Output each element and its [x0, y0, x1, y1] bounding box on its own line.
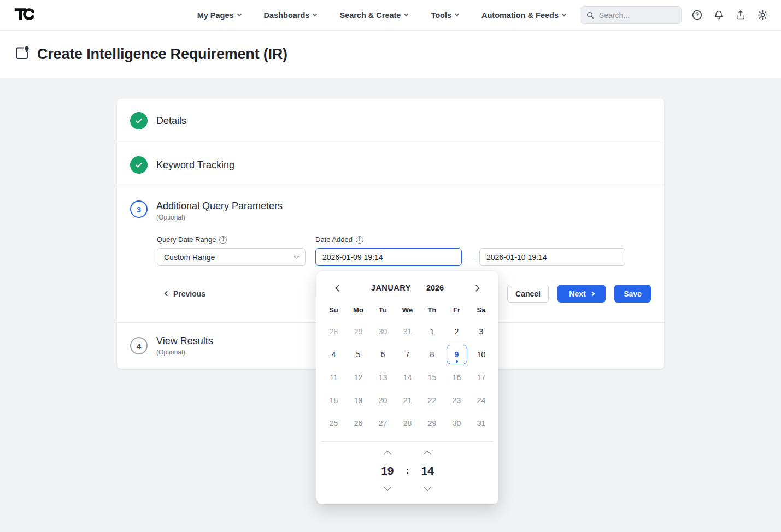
tc-logo-icon [14, 7, 34, 23]
export-icon[interactable] [734, 9, 747, 22]
weekday-label: We [395, 304, 420, 317]
calendar-day: 30 [447, 413, 467, 433]
calendar-day: 11 [324, 368, 344, 387]
step-details-label: Details [156, 115, 186, 127]
step-aqp-optional-label: (Optional) [156, 214, 283, 221]
hour-value: 19 [381, 464, 394, 477]
step-number-badge: 4 [130, 337, 148, 354]
nav-item[interactable]: Automation & Feeds [481, 11, 566, 20]
step-keyword-tracking-label: Keyword Tracking [156, 159, 234, 171]
previous-month-button[interactable] [332, 282, 344, 294]
calendar-day: 20 [373, 391, 394, 410]
query-params-form: Query Date Range i Custom Range Date Add… [157, 235, 651, 266]
calendar-day[interactable]: 2 [447, 322, 467, 341]
date-added-label: Date Added [315, 235, 353, 244]
chevron-down-icon [404, 12, 408, 16]
main-nav: My PagesDashboardsSearch & CreateToolsAu… [197, 11, 566, 20]
datepicker-year-label: 2026 [426, 283, 444, 292]
calendar-day[interactable]: 3 [471, 322, 492, 341]
notifications-bell-icon[interactable] [712, 9, 725, 22]
query-date-range-select[interactable]: Custom Range [157, 248, 306, 266]
calendar-day[interactable]: 10 [471, 345, 492, 364]
calendar-day: 16 [447, 368, 467, 387]
nav-item[interactable]: My Pages [197, 11, 241, 20]
date-added-field: Date Added i 2026-01-09 19:14 — 2026-01-… [315, 235, 625, 266]
nav-item[interactable]: Tools [431, 11, 459, 20]
minute-increment-button[interactable] [421, 451, 434, 458]
hour-decrement-button[interactable] [381, 483, 394, 491]
step-view-results-optional-label: (Optional) [156, 348, 213, 356]
settings-gear-icon[interactable] [756, 9, 769, 22]
top-navbar: My PagesDashboardsSearch & CreateToolsAu… [0, 0, 781, 31]
chevron-down-icon [294, 253, 300, 259]
time-separator: : [406, 466, 409, 476]
calendar-day: 29 [422, 413, 443, 433]
calendar-day: 27 [373, 413, 394, 433]
calendar-day: 29 [348, 322, 369, 341]
calendar-day-selected[interactable]: 9 [447, 345, 467, 364]
weekday-header-row: SuMoTuWeThFrSa [321, 304, 494, 317]
calendar-day: 18 [324, 391, 344, 410]
calendar-grid: 2829303112345678910111213141516171819202… [321, 320, 494, 435]
nav-item[interactable]: Dashboards [264, 11, 317, 20]
date-added-start-input[interactable]: 2026-01-09 19:14 [315, 248, 462, 266]
calendar-day[interactable]: 6 [373, 345, 394, 364]
calendar-day: 17 [471, 368, 492, 387]
chevron-right-icon [590, 291, 594, 295]
next-month-button[interactable] [471, 282, 483, 294]
weekday-label: Sa [469, 304, 494, 317]
help-icon[interactable] [690, 9, 703, 22]
chevron-down-icon [562, 12, 566, 16]
next-button-label: Next [569, 289, 585, 298]
calendar-day[interactable]: 1 [422, 322, 443, 341]
weekday-label: Su [321, 304, 346, 317]
step-complete-check-icon [130, 156, 148, 174]
calendar-day: 21 [397, 391, 418, 410]
hour-increment-button[interactable] [381, 451, 394, 458]
calendar-day: 28 [397, 413, 418, 433]
query-date-range-field: Query Date Range i Custom Range [157, 235, 306, 266]
calendar-day: 22 [422, 391, 443, 410]
step-number-badge: 3 [130, 200, 148, 218]
info-icon[interactable]: i [356, 236, 363, 244]
create-ir-icon [14, 45, 31, 63]
info-icon[interactable]: i [219, 236, 227, 244]
save-button[interactable]: Save [614, 285, 651, 303]
weekday-label: Tu [371, 304, 395, 317]
datepicker-month-label: JANUARY [371, 283, 411, 292]
chevron-left-icon [165, 291, 170, 297]
page-header: Create Intelligence Requirement (IR) [0, 31, 781, 78]
nav-item-label: Tools [431, 11, 451, 20]
calendar-day: 13 [373, 368, 394, 387]
calendar-day: 12 [348, 368, 369, 387]
datepicker-popup: JANUARY 2026 SuMoTuWeThFrSa 282930311234… [316, 271, 498, 504]
datepicker-header: JANUARY 2026 [321, 279, 494, 302]
calendar-day: 23 [447, 391, 467, 410]
step-view-results-label: View Results [156, 335, 213, 347]
cancel-button[interactable]: Cancel [507, 285, 549, 303]
search-icon [586, 10, 595, 20]
chevron-down-icon [455, 12, 459, 16]
calendar-day[interactable]: 5 [348, 345, 369, 364]
brand-logo[interactable] [14, 7, 34, 23]
calendar-day[interactable]: 8 [422, 345, 443, 364]
step-aqp-label: Additional Query Parameters [156, 200, 283, 212]
search-input[interactable] [599, 11, 676, 20]
calendar-day[interactable]: 7 [397, 345, 418, 364]
step-keyword-tracking[interactable]: Keyword Tracking [117, 143, 664, 187]
search-box[interactable] [580, 6, 682, 24]
calendar-day: 28 [324, 322, 344, 341]
step-details[interactable]: Details [117, 99, 664, 143]
minute-value: 14 [421, 464, 433, 477]
calendar-day: 15 [422, 368, 443, 387]
next-button[interactable]: Next [557, 285, 606, 303]
minute-decrement-button[interactable] [421, 483, 434, 491]
page-title: Create Intelligence Requirement (IR) [37, 46, 287, 63]
previous-button[interactable]: Previous [163, 285, 208, 303]
calendar-day[interactable]: 4 [324, 345, 344, 364]
calendar-day: 14 [397, 368, 418, 387]
nav-item[interactable]: Search & Create [339, 11, 408, 20]
date-added-end-input[interactable]: 2026-01-10 19:14 [479, 248, 625, 266]
nav-item-label: Automation & Feeds [481, 11, 559, 20]
date-added-start-value: 2026-01-09 19:14 [322, 253, 383, 262]
